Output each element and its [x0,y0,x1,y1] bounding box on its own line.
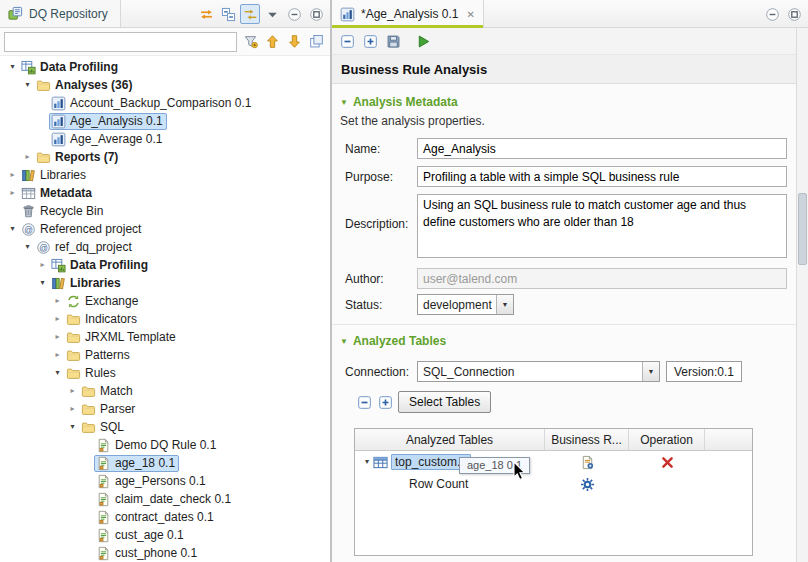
project-icon: @ [36,240,51,255]
tree-item-label: age_18 0.1 [115,456,175,470]
expand-arrow-icon[interactable]: ▾ [21,76,34,94]
tree-item[interactable]: ▸Match [0,382,330,400]
tree-item[interactable]: Recycle Bin [0,202,330,220]
select-tables-button[interactable]: Select Tables [398,391,491,413]
maximize-icon[interactable] [784,4,804,24]
tree-item[interactable]: ▸Patterns [0,346,330,364]
tree-item-label: SQL [100,420,124,434]
tree-item[interactable]: ▾@Referenced project [0,220,330,238]
expand-arrow-icon[interactable]: ▾ [66,418,79,436]
run-icon[interactable] [413,31,433,51]
tree-item-label: age_Persons 0.1 [115,474,206,488]
dropdown-arrow-icon[interactable]: ▼ [496,295,513,314]
open-view-icon[interactable] [306,32,326,52]
description-field[interactable]: Using an SQL business rule to match cust… [417,194,787,258]
expand-arrow-icon[interactable]: ▸ [51,346,64,364]
tree-item[interactable]: ▸Indicators [0,310,330,328]
expand-arrow-icon[interactable]: ▸ [6,166,19,184]
connection-dropdown[interactable]: SQL_Connection ▼ [417,361,660,382]
expand-arrow-icon[interactable]: ▸ [21,148,34,166]
column-header-analyzed-tables[interactable]: Analyzed Tables [355,429,545,450]
scrollbar-thumb[interactable] [798,193,807,265]
section-collapse-icon[interactable]: ▼ [340,337,348,346]
minimize-icon[interactable] [762,4,782,24]
tab-dq-repository[interactable]: DQ Repository [0,0,121,27]
expand-arrow-icon[interactable]: ▾ [6,58,19,76]
tree-item[interactable]: ▸Exchange [0,292,330,310]
expand-arrow-icon[interactable]: ▸ [66,382,79,400]
tree-item[interactable]: ▸Libraries [0,166,330,184]
dropdown-arrow-icon[interactable]: ▼ [642,362,659,381]
expand-arrow-icon[interactable]: ▸ [51,292,64,310]
tree-item[interactable]: ▸Reports (7) [0,148,330,166]
column-header-business-rule[interactable]: Business R... [545,429,629,450]
save-icon[interactable] [383,31,403,51]
tree-item[interactable]: age_Persons 0.1 [0,472,330,490]
tree-item[interactable]: ▸Data Profiling [0,256,330,274]
collapse-sections-icon[interactable] [337,31,357,51]
tree-item[interactable]: cust_age 0.1 [0,526,330,544]
tree-item-label: Reports (7) [55,150,118,164]
collapse-all-icon[interactable] [218,4,238,24]
section-analysis-metadata[interactable]: ▼ Analysis Metadata [340,95,458,109]
section-collapse-icon[interactable]: ▼ [340,98,348,107]
table-row[interactable]: Row Count [355,473,752,495]
link-editor-icon[interactable] [240,4,260,24]
tab-age-analysis[interactable]: *Age_Analysis 0.1 ✕ [332,0,484,28]
view-menu-icon[interactable] [262,4,282,24]
tree-item[interactable]: ▾Data Profiling [0,58,330,76]
tree-item[interactable]: cust_phone 0.1 [0,544,330,562]
filter-input[interactable] [4,32,237,52]
tree-item[interactable]: ▾@ref_dq_project [0,238,330,256]
tree-item[interactable]: ▾SQL [0,418,330,436]
expand-arrow-icon[interactable]: ▸ [36,256,49,274]
business-rule-icon[interactable] [580,455,595,470]
status-dropdown[interactable]: development ▼ [417,294,514,315]
tree-item-label: Recycle Bin [40,204,103,218]
tree-item[interactable]: claim_date_check 0.1 [0,490,330,508]
expand-arrow-icon[interactable]: ▾ [6,220,19,238]
name-field[interactable] [417,138,787,159]
expand-arrow-icon[interactable]: ▸ [66,400,79,418]
maximize-icon[interactable] [306,4,326,24]
tree-item[interactable]: ▾Rules [0,364,330,382]
expand-arrow-icon[interactable]: ▸ [51,328,64,346]
expand-arrow-icon[interactable]: ▾ [51,364,64,382]
filter-icon[interactable] [240,32,260,52]
tree-item[interactable]: Age_Analysis 0.1 [0,112,330,130]
rule-icon [96,438,111,453]
column-header-operation[interactable]: Operation [629,429,705,450]
purpose-field[interactable] [417,166,787,187]
collapse-rows-button[interactable] [355,393,373,411]
section-analyzed-tables[interactable]: ▼ Analyzed Tables [340,334,446,348]
table-row[interactable]: ▾top_custom... [355,451,752,473]
expand-arrow-icon[interactable]: ▾ [36,274,49,292]
tree-item[interactable]: Account_Backup_Comparison 0.1 [0,94,330,112]
expand-sections-icon[interactable] [360,31,380,51]
expand-arrow-icon[interactable]: ▸ [6,184,19,202]
description-label: Description: [345,217,408,231]
tree-item[interactable]: contract_dates 0.1 [0,508,330,526]
tree-item-label: Analyses (36) [55,78,132,92]
tree-item[interactable]: Demo DQ Rule 0.1 [0,436,330,454]
gear-icon[interactable] [580,477,595,492]
minimize-icon[interactable] [284,4,304,24]
tree-item[interactable]: Age_Average 0.1 [0,130,330,148]
tree-item[interactable]: ▸JRXML Template [0,328,330,346]
tree-item[interactable]: ▾Libraries [0,274,330,292]
delete-icon[interactable] [660,455,675,470]
expand-arrow-icon[interactable]: ▾ [361,453,373,471]
tree-item[interactable]: age_18 0.1 [0,454,330,472]
expand-arrow-icon[interactable]: ▸ [51,310,64,328]
close-tab-icon[interactable]: ✕ [466,9,474,20]
expand-arrow-icon[interactable]: ▾ [21,238,34,256]
dq-repository-icon [8,6,23,21]
refresh-icon[interactable] [196,4,216,24]
move-up-icon[interactable] [262,32,282,52]
vertical-scrollbar[interactable] [796,28,808,562]
tree-item[interactable]: ▾Analyses (36) [0,76,330,94]
move-down-icon[interactable] [284,32,304,52]
tree-item[interactable]: ▸Parser [0,400,330,418]
tree-item[interactable]: ▸Metadata [0,184,330,202]
expand-rows-button[interactable] [376,393,394,411]
